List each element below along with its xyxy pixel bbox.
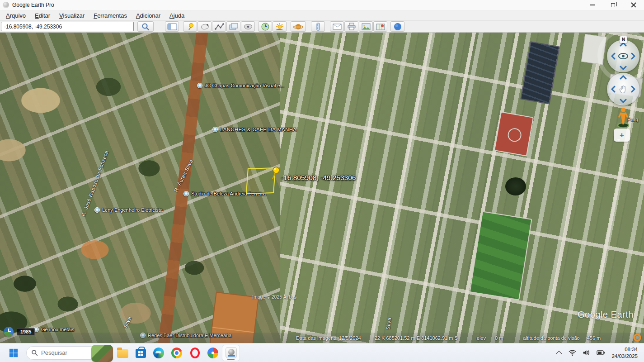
elevation-value: 0 m xyxy=(495,335,503,341)
planets-button[interactable] xyxy=(291,21,306,32)
envelope-icon xyxy=(332,23,342,30)
title-bar: Google Earth Pro xyxy=(0,0,644,10)
volume-icon[interactable] xyxy=(583,349,590,356)
minimize-icon xyxy=(590,5,595,5)
taskbar-clock[interactable]: 08:34 24/03/2025 xyxy=(611,346,638,360)
menu-ajuda[interactable]: Ajuda xyxy=(165,11,189,20)
clock-date: 24/03/2025 xyxy=(611,353,638,360)
ruler-button[interactable] xyxy=(311,21,325,32)
map-pin-icon xyxy=(376,23,385,31)
taskbar-search-input[interactable] xyxy=(41,349,86,356)
window-title: Google Earth Pro xyxy=(12,2,54,8)
compass-north-label[interactable]: N xyxy=(620,36,627,43)
map-poi[interactable]: LANCHES & CAFE DA MANHA xyxy=(212,127,296,132)
globe-icon xyxy=(393,22,402,31)
restore-button[interactable] xyxy=(602,0,623,10)
google-earth-watermark: Google Earth xyxy=(578,310,634,320)
eye-altitude-label: altitude da ponta de visão xyxy=(523,335,579,341)
polygon-icon xyxy=(200,23,210,31)
move-down-arrow-icon[interactable] xyxy=(620,99,627,103)
tray-chevron-up-icon[interactable] xyxy=(556,351,562,357)
earth-sphere-button[interactable] xyxy=(390,21,404,32)
map-poi[interactable]: Leny Engenheiro Eletricista xyxy=(94,207,163,213)
sidebar-panel-icon xyxy=(167,23,177,30)
search-button[interactable] xyxy=(137,21,154,32)
taskbar-google-earth[interactable] xyxy=(222,345,240,361)
minimize-button[interactable] xyxy=(582,0,602,10)
taskbar-photos[interactable] xyxy=(204,345,222,361)
close-icon xyxy=(631,2,636,8)
taskbar-search[interactable] xyxy=(26,346,110,360)
windows-taskbar: 08:34 24/03/2025 xyxy=(0,343,644,362)
search-highlight-image[interactable] xyxy=(91,345,113,362)
move-left-arrow-icon[interactable] xyxy=(611,86,616,93)
imagery-date-text: Data das imagens: 12/5/2024 xyxy=(296,335,361,341)
taskbar-microsoft-store[interactable] xyxy=(132,345,150,361)
zoom-in-button[interactable]: + xyxy=(614,129,630,142)
eye-icon[interactable] xyxy=(618,53,629,60)
poi-marker-icon xyxy=(197,83,202,88)
basketball-court xyxy=(494,111,534,157)
clock-time: 08:34 xyxy=(611,346,638,353)
map-viewport[interactable]: R. José Raposo da Fonseca R. Áurea Silva… xyxy=(0,33,644,343)
add-polygon-button[interactable] xyxy=(197,21,212,32)
menu-adicionar[interactable]: Adicionar xyxy=(132,11,165,20)
search-icon xyxy=(31,349,38,356)
look-joystick[interactable] xyxy=(607,40,639,72)
historical-imagery-button[interactable] xyxy=(258,21,272,32)
photo-icon xyxy=(361,23,371,31)
look-down-arrow-icon[interactable] xyxy=(620,66,627,70)
restore-icon xyxy=(611,3,615,7)
start-button[interactable] xyxy=(5,345,23,361)
status-bar: Data das imagens: 12/5/2024 22 K 685201.… xyxy=(0,333,644,343)
close-button[interactable] xyxy=(623,0,644,10)
add-placemark-button[interactable] xyxy=(183,21,197,32)
poi-marker-icon xyxy=(212,127,218,132)
menu-editar[interactable]: Editar xyxy=(30,11,55,20)
look-left-arrow-icon[interactable] xyxy=(611,52,616,60)
battery-icon[interactable] xyxy=(597,350,605,356)
add-image-overlay-button[interactable] xyxy=(226,21,240,32)
taskbar-chrome[interactable] xyxy=(168,345,186,361)
view-in-google-maps-button[interactable] xyxy=(373,21,387,32)
move-right-arrow-icon[interactable] xyxy=(631,86,635,93)
eye-altitude-value: 456 m xyxy=(587,335,601,341)
add-path-button[interactable] xyxy=(212,21,226,32)
clock-earth-icon xyxy=(261,22,270,31)
menu-visualizar[interactable]: Visualizar xyxy=(55,11,89,20)
save-image-button[interactable] xyxy=(359,21,373,32)
email-button[interactable] xyxy=(330,21,344,32)
map-poi[interactable]: JC Chapas Comunicação Visual e... xyxy=(197,83,284,88)
pond xyxy=(505,177,526,195)
map-poi[interactable]: Ge inox metais xyxy=(33,327,74,332)
google-earth-logo-icon xyxy=(3,2,9,8)
edge-browser-icon xyxy=(153,348,164,358)
saturn-icon xyxy=(293,23,304,31)
taskbar-file-explorer[interactable] xyxy=(113,345,132,361)
windows-logo-icon xyxy=(9,348,19,358)
sunlight-button[interactable] xyxy=(273,21,287,32)
move-joystick[interactable] xyxy=(607,73,639,105)
print-button[interactable] xyxy=(344,21,358,32)
streaming-indicator-icon xyxy=(633,333,641,342)
path-icon xyxy=(214,23,224,31)
wifi-icon[interactable] xyxy=(569,349,576,356)
printer-icon xyxy=(347,23,357,31)
placemark-icon xyxy=(185,23,195,31)
look-right-arrow-icon[interactable] xyxy=(631,52,635,60)
main-toolbar xyxy=(0,21,644,33)
utm-coordinates-text: 22 K 685201.52 m E 8141062.91 m S xyxy=(375,335,458,341)
placemark-pushpin-icon[interactable] xyxy=(269,166,281,181)
menu-arquivo[interactable]: Arquivo xyxy=(1,11,30,20)
show-sidebar-button[interactable] xyxy=(165,21,179,32)
record-tour-button[interactable] xyxy=(241,21,255,32)
taskbar-opera[interactable] xyxy=(186,345,204,361)
search-input[interactable] xyxy=(1,22,134,31)
store-bag-icon xyxy=(136,349,146,358)
taskbar-edge[interactable] xyxy=(150,345,168,361)
hand-icon[interactable] xyxy=(619,85,628,94)
menu-ferramentas[interactable]: Ferramentas xyxy=(89,11,132,20)
pegman-icon[interactable] xyxy=(616,107,630,129)
elevation-label: elev xyxy=(477,335,486,341)
move-up-arrow-icon[interactable] xyxy=(620,75,627,80)
